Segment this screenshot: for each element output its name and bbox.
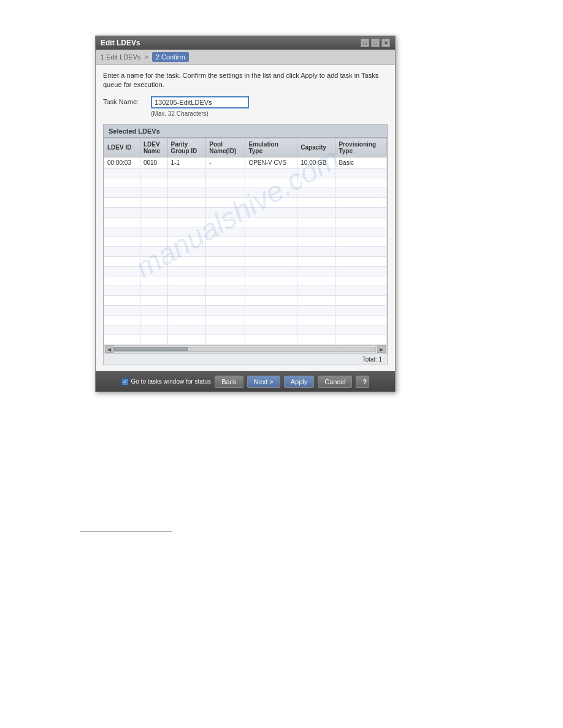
apply-button[interactable]: Apply — [284, 376, 315, 388]
table-scrollbar[interactable]: ◀ ▶ — [104, 345, 387, 354]
title-bar-buttons: □ □ ✕ — [361, 39, 390, 47]
table-row — [104, 188, 387, 197]
edit-ldevs-dialog: Edit LDEVs □ □ ✕ 1.Edit LDEVs > 2 Confir… — [95, 36, 396, 392]
dialog-title: Edit LDEVs — [101, 39, 140, 47]
table-row — [104, 295, 387, 305]
cell-capacity: 10.00 GB — [297, 157, 335, 168]
help-button[interactable]: ? — [356, 376, 369, 388]
table-row — [104, 217, 387, 227]
close-button[interactable]: ✕ — [381, 39, 390, 47]
cell-ldev-id: 00:00:03 — [104, 157, 140, 168]
col-provisioning: ProvisioningType — [335, 138, 387, 157]
ldev-table: LDEV ID LDEVName ParityGroup ID PoolName… — [104, 138, 387, 345]
scroll-right-arrow[interactable]: ▶ — [377, 346, 386, 353]
footer-checkbox-area: ✓ Go to tasks window for status — [121, 378, 212, 385]
cell-emulation: OPEN-V CVS — [245, 157, 297, 168]
task-name-input[interactable] — [151, 96, 249, 108]
task-name-hint: (Max. 32 Characters) — [151, 110, 249, 117]
total-row: Total: 1 — [103, 354, 388, 365]
scrollbar-thumb[interactable] — [114, 347, 188, 351]
back-button[interactable]: Back — [215, 376, 243, 388]
table-row — [104, 237, 387, 246]
cell-provisioning: Basic — [335, 157, 387, 168]
table-row — [104, 227, 387, 237]
footer-bar: ✓ Go to tasks window for status Back Nex… — [96, 371, 395, 392]
table-row — [104, 256, 387, 266]
cancel-button[interactable]: Cancel — [318, 376, 352, 388]
task-name-inputs: (Max. 32 Characters) — [151, 96, 249, 117]
table-row — [104, 178, 387, 188]
breadcrumb-bar: 1.Edit LDEVs > 2 Confirm — [96, 50, 395, 65]
table-row — [104, 168, 387, 178]
selected-ldevs-label: Selected LDEVs — [103, 124, 388, 138]
cell-pool-name: - — [206, 157, 245, 168]
cell-parity-group: 1-1 — [167, 157, 206, 168]
breadcrumb-separator: > — [144, 53, 148, 61]
breadcrumb-step2: 2 Confirm — [152, 52, 189, 62]
goto-tasks-label: Go to tasks window for status — [131, 378, 212, 385]
table-row — [104, 276, 387, 286]
col-pool-name: PoolName(ID) — [206, 138, 245, 157]
next-button[interactable]: Next > — [247, 376, 280, 388]
table-header-row: LDEV ID LDEVName ParityGroup ID PoolName… — [104, 138, 387, 157]
table-row — [104, 197, 387, 207]
goto-tasks-checkbox[interactable]: ✓ — [121, 378, 129, 385]
table-row: 00:00:03 0010 1-1 - OPEN-V CVS 10.00 GB … — [104, 157, 387, 168]
col-parity-group: ParityGroup ID — [167, 138, 206, 157]
table-row — [104, 305, 387, 315]
instruction-text: Enter a name for the task. Confirm the s… — [103, 71, 388, 90]
restore-button[interactable]: □ — [371, 39, 380, 47]
table-row — [104, 325, 387, 335]
scroll-left-arrow[interactable]: ◀ — [105, 346, 113, 353]
table-row — [104, 335, 387, 344]
bottom-line — [80, 531, 172, 532]
task-name-label: Task Name: — [103, 96, 146, 105]
ldev-table-wrapper: LDEV ID LDEVName ParityGroup ID PoolName… — [103, 138, 388, 354]
cell-ldev-name: 0010 — [140, 157, 167, 168]
dialog-content: Enter a name for the task. Confirm the s… — [96, 65, 395, 371]
table-row — [104, 315, 387, 325]
breadcrumb-step1: 1.Edit LDEVs — [101, 53, 140, 61]
page-wrapper: Edit LDEVs □ □ ✕ 1.Edit LDEVs > 2 Confir… — [0, 0, 563, 728]
task-name-row: Task Name: (Max. 32 Characters) — [103, 96, 388, 117]
table-row — [104, 246, 387, 256]
table-row — [104, 286, 387, 295]
col-ldev-name: LDEVName — [140, 138, 167, 157]
table-row — [104, 266, 387, 276]
minimize-button[interactable]: □ — [361, 39, 369, 47]
scrollbar-track[interactable] — [113, 347, 376, 352]
col-capacity: Capacity — [297, 138, 335, 157]
col-ldev-id: LDEV ID — [104, 138, 140, 157]
col-emulation: EmulationType — [245, 138, 297, 157]
title-bar: Edit LDEVs □ □ ✕ — [96, 36, 395, 50]
table-row — [104, 207, 387, 217]
